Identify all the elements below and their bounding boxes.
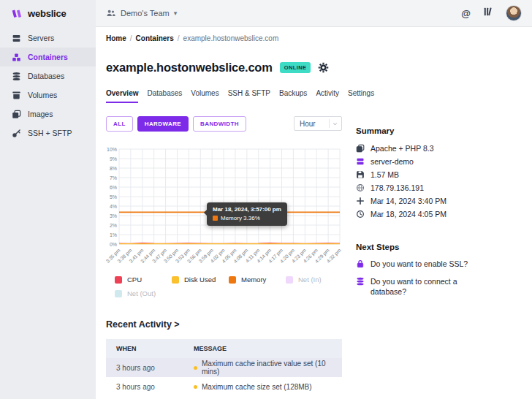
- caret-down-icon: ▾: [174, 10, 178, 17]
- containers-icon: [12, 53, 21, 62]
- lock-icon: [356, 259, 365, 268]
- legend-item-disk-used[interactable]: Disk Used: [172, 276, 229, 284]
- summary-value: Mar 18, 2024 4:05 PM: [370, 210, 446, 218]
- column-message: MESSAGE: [194, 345, 342, 352]
- images-icon: [12, 110, 21, 119]
- legend-label: Net (In): [298, 276, 322, 284]
- team-switcher[interactable]: Demo's Team ▾: [106, 9, 177, 18]
- database-icon: [12, 72, 21, 81]
- sidebar-item-volumes[interactable]: Volumes: [0, 86, 96, 104]
- mentions-icon[interactable]: @: [461, 8, 471, 19]
- sidebar-item-containers[interactable]: Containers: [0, 48, 96, 66]
- summary-created: Mar 14, 2024 3:40 PM: [356, 194, 522, 208]
- svg-text:10%: 10%: [107, 147, 117, 152]
- recent-activity-link[interactable]: Recent Activity >: [106, 319, 342, 330]
- summary-ip: 178.79.136.191: [356, 181, 522, 194]
- tab-backups[interactable]: Backups: [279, 89, 307, 103]
- sidebar-item-label: Volumes: [28, 91, 57, 99]
- summary-panel: Summary Apache + PHP 8.3 server-demo 1.5…: [356, 34, 522, 399]
- next-step-database[interactable]: Do you want to connect a database?: [356, 276, 487, 297]
- tab-volumes[interactable]: Volumes: [191, 89, 218, 103]
- breadcrumb-separator: /: [178, 34, 180, 42]
- key-icon: [12, 129, 21, 138]
- breadcrumb: Home / Containers / example.hostonwebsli…: [106, 34, 342, 42]
- filter-hardware-button[interactable]: HARDWARE: [137, 116, 189, 132]
- tab-databases[interactable]: Databases: [147, 89, 182, 103]
- interval-select[interactable]: Hour: [294, 116, 342, 131]
- svg-text:8%: 8%: [110, 166, 117, 171]
- page-title: example.hostonwebslice.com: [106, 61, 273, 75]
- filter-bandwidth-button[interactable]: BANDWIDTH: [193, 116, 246, 132]
- tab-overview[interactable]: Overview: [106, 89, 138, 103]
- breadcrumb-current: example.hostonwebslice.com: [183, 34, 279, 42]
- legend-swatch-icon: [286, 276, 293, 284]
- chevron-down-icon: [332, 121, 338, 127]
- svg-text:3%: 3%: [110, 213, 117, 218]
- sidebar-item-images[interactable]: Images: [0, 104, 96, 123]
- disk-icon: [356, 170, 365, 179]
- tab-ssh-sftp[interactable]: SSH & SFTP: [228, 89, 270, 103]
- summary-value: Apache + PHP 8.3: [370, 144, 434, 153]
- sidebar-nav: Servers Containers Databases Volumes: [0, 27, 96, 142]
- user-avatar[interactable]: [506, 5, 522, 21]
- next-step-label: Do you want to enable SSL?: [370, 259, 468, 269]
- next-steps-heading: Next Steps: [356, 243, 522, 251]
- sidebar-item-ssh-sftp[interactable]: SSH + SFTP: [0, 123, 96, 142]
- svg-text:5%: 5%: [110, 194, 117, 200]
- people-icon: [106, 9, 116, 18]
- svg-text:2%: 2%: [110, 223, 117, 228]
- tab-bar: Overview Databases Volumes SSH & SFTP Ba…: [106, 89, 342, 103]
- sidebar-item-label: Images: [28, 110, 53, 118]
- breadcrumb-separator: /: [130, 34, 132, 42]
- history-icon: [356, 210, 365, 218]
- sidebar-item-label: Servers: [28, 34, 54, 42]
- summary-value: 178.79.136.191: [370, 183, 424, 192]
- gear-icon[interactable]: [318, 62, 329, 73]
- sidebar-item-label: Containers: [28, 53, 68, 61]
- legend-item-net-out[interactable]: Net (Out): [115, 289, 172, 297]
- sidebar: webslice Servers Containers Databases: [0, 0, 96, 399]
- table-row: 3 hours ago Maximum cache inactive value…: [106, 358, 342, 377]
- svg-text:1%: 1%: [110, 232, 117, 238]
- legend-swatch-icon: [115, 276, 122, 284]
- server-icon: [356, 157, 365, 166]
- main-content: Home / Containers / example.hostonwebsli…: [96, 27, 532, 399]
- breadcrumb-home[interactable]: Home: [106, 34, 126, 42]
- database-icon: [356, 277, 365, 286]
- legend-label: Disk Used: [184, 276, 216, 284]
- sidebar-item-label: SSH + SFTP: [28, 129, 72, 137]
- next-step-label: Do you want to connect a database?: [370, 276, 487, 297]
- brand-logo: webslice: [0, 0, 96, 27]
- svg-text:4%: 4%: [110, 204, 117, 209]
- legend-swatch-icon: [172, 276, 179, 284]
- activity-message: Maximum cache inactive value set (10 min…: [202, 360, 342, 376]
- chart-legend: CPUDisk UsedMemoryNet (In)Net (Out): [106, 276, 342, 297]
- library-icon[interactable]: [483, 7, 493, 20]
- legend-swatch-icon: [229, 276, 236, 284]
- table-row: 3 hours ago Maximum cache size set (128M…: [106, 377, 342, 396]
- activity-dot-icon: [194, 385, 197, 389]
- activity-when: 3 hours ago: [106, 364, 194, 372]
- legend-label: CPU: [127, 276, 142, 284]
- activity-table: WHEN MESSAGE 3 hours ago Maximum cache i…: [106, 339, 342, 396]
- summary-value: server-demo: [370, 157, 414, 166]
- stack-icon: [356, 144, 365, 153]
- legend-item-memory[interactable]: Memory: [229, 276, 286, 284]
- filter-all-button[interactable]: ALL: [106, 116, 133, 132]
- brand-name: webslice: [28, 8, 66, 19]
- legend-label: Net (Out): [127, 289, 156, 297]
- legend-item-cpu[interactable]: CPU: [115, 276, 172, 284]
- activity-when: 3 hours ago: [106, 383, 194, 391]
- volume-icon: [12, 91, 21, 100]
- server-icon: [12, 34, 21, 43]
- sidebar-item-servers[interactable]: Servers: [0, 28, 96, 48]
- breadcrumb-containers[interactable]: Containers: [136, 34, 174, 42]
- summary-value: 1.57 MB: [370, 170, 399, 179]
- summary-value: Mar 14, 2024 3:40 PM: [370, 197, 446, 205]
- team-name: Demo's Team: [121, 9, 170, 18]
- next-step-ssl[interactable]: Do you want to enable SSL?: [356, 259, 487, 269]
- usage-chart[interactable]: 0%1%2%3%4%5%6%7%8%9%10%3:35 pm3:38 pm3:4…: [106, 145, 342, 271]
- tab-activity[interactable]: Activity: [316, 89, 339, 103]
- sidebar-item-databases[interactable]: Databases: [0, 66, 96, 86]
- legend-item-net-in[interactable]: Net (In): [286, 276, 343, 284]
